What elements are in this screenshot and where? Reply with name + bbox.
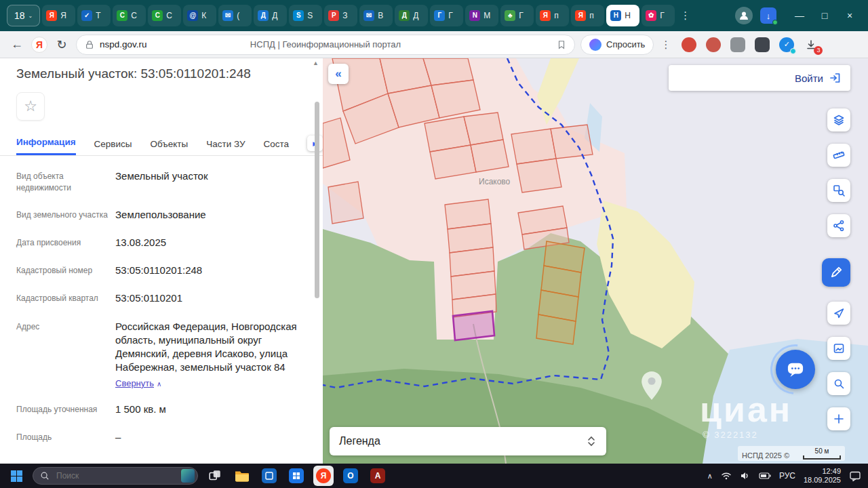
tab-favicon: С — [152, 10, 163, 21]
extension-icon-4[interactable] — [755, 37, 770, 52]
window-maximize-button[interactable]: □ — [813, 10, 836, 21]
collapse-address-link[interactable]: Свернуть∧ — [115, 378, 307, 388]
start-button[interactable] — [7, 466, 26, 485]
search-daily-image[interactable] — [181, 469, 195, 483]
tab-counter[interactable]: 18 ⌄ — [7, 5, 40, 26]
draw-tool-button-active[interactable] — [822, 258, 850, 287]
bookmark-icon[interactable] — [557, 40, 566, 49]
search-input[interactable] — [55, 470, 163, 481]
chevron-up-icon: ∧ — [157, 380, 161, 388]
task-view-button[interactable] — [205, 466, 225, 486]
browser-tab[interactable]: ✉( — [218, 5, 252, 26]
refresh-button[interactable]: ↻ — [53, 37, 71, 52]
tab-information[interactable]: Информация — [16, 137, 76, 155]
panel-collapse-button[interactable]: « — [328, 64, 349, 84]
scale-label: 50 м — [815, 447, 829, 455]
tab-title: З — [342, 11, 347, 20]
chat-support-button[interactable] — [776, 350, 815, 389]
address-bar[interactable]: nspd.gov.ru НСПД | Геоинформационный пор… — [76, 35, 575, 55]
profile-avatar[interactable] — [735, 7, 753, 24]
notifications-icon[interactable] — [849, 470, 861, 482]
tab-parcel-parts[interactable]: Части ЗУ — [206, 139, 245, 155]
downloads-button[interactable]: ↓ — [760, 7, 776, 24]
tab-composition[interactable]: Соста — [264, 139, 290, 155]
chat-bubble-icon — [786, 360, 805, 379]
browser-tab[interactable]: СС — [148, 5, 181, 26]
object-search-button[interactable] — [827, 179, 850, 202]
scroll-up-icon[interactable]: ▲ — [313, 60, 319, 66]
tab-favicon: ♣ — [505, 10, 515, 21]
back-button[interactable]: ← — [8, 37, 26, 52]
object-search-icon — [833, 184, 845, 197]
favorite-button[interactable]: ☆ — [16, 92, 45, 121]
window-minimize-button[interactable]: — — [788, 10, 811, 21]
taskbar-search[interactable] — [33, 467, 198, 485]
selected-parcel[interactable] — [453, 311, 494, 340]
browser-tab[interactable]: SS — [289, 5, 322, 26]
tab-overflow-menu-icon[interactable]: ⋮ — [677, 9, 694, 22]
file-explorer-button[interactable] — [232, 466, 252, 486]
browser-tab[interactable]: Яп — [571, 5, 604, 26]
battery-icon[interactable] — [759, 472, 771, 480]
browser-tab[interactable]: Яп — [536, 5, 569, 26]
window-close-button[interactable]: × — [838, 10, 861, 21]
clock[interactable]: 12:49 18.09.2025 — [804, 467, 841, 485]
tab-objects[interactable]: Объекты — [151, 139, 189, 155]
ask-alice-button[interactable]: Спросить — [580, 35, 654, 55]
browser-tab-active[interactable]: НН — [606, 5, 639, 26]
yandex-browser-button[interactable]: Я — [313, 466, 334, 486]
extension-icon-3[interactable] — [730, 37, 745, 52]
tab-services[interactable]: Сервисы — [94, 139, 132, 155]
browser-tab[interactable]: PЗ — [324, 5, 357, 26]
field-value: Землепользование — [115, 208, 206, 222]
downloads-toolbar-button[interactable]: 3 — [804, 37, 818, 52]
field-row: Дата присвоения13.08.2025 — [16, 236, 307, 249]
layers-button[interactable] — [827, 108, 850, 131]
acrobat-icon: A — [370, 468, 385, 483]
browser-tab[interactable]: ♣Г — [500, 5, 534, 26]
acrobat-button[interactable]: A — [368, 466, 388, 486]
zoom-in-button[interactable] — [827, 407, 850, 430]
toolbar-menu-icon[interactable]: ⋮ — [659, 39, 672, 51]
login-button[interactable]: Войти — [669, 65, 850, 91]
browser-tab[interactable]: ✿Г — [642, 5, 675, 26]
outlook-button[interactable]: O — [340, 466, 361, 486]
tab-title: Н — [625, 11, 631, 20]
protect-icon[interactable]: ✓ — [779, 37, 794, 52]
field-value: Российская Федерация, Новгородская облас… — [115, 320, 307, 375]
app-button-1[interactable] — [259, 466, 279, 486]
field-label: Дата присвоения — [16, 236, 115, 249]
browser-tab[interactable]: ДД — [395, 5, 428, 26]
volume-icon[interactable] — [740, 471, 751, 481]
browser-tab[interactable]: @К — [183, 5, 216, 26]
browser-tab[interactable]: ГГ — [430, 5, 463, 26]
locate-button[interactable] — [827, 302, 850, 325]
zoom-search-button[interactable] — [827, 372, 850, 395]
legend-toggle[interactable]: Легенда — [330, 427, 606, 455]
share-icon — [833, 220, 845, 232]
browser-tab[interactable]: ЯЯ — [42, 5, 75, 26]
tab-title: Т — [96, 11, 100, 20]
panel-scrollbar-thumb[interactable] — [315, 102, 319, 298]
tab-title: С — [131, 11, 137, 20]
browser-tab[interactable]: ДД — [254, 5, 287, 26]
tray-expand-icon[interactable]: ∧ — [707, 472, 713, 481]
browser-tab[interactable]: ✓Т — [77, 5, 111, 26]
language-indicator[interactable]: РУС — [779, 471, 795, 481]
extension-icon-1[interactable] — [682, 37, 696, 52]
updown-chevron-icon — [586, 435, 597, 447]
outlook-icon: O — [343, 468, 358, 483]
page-title: Земельный участок: 53:05:0110201:248 — [0, 58, 323, 81]
app-button-2[interactable] — [286, 466, 307, 486]
yandex-button[interactable]: Я — [31, 37, 47, 53]
ask-label: Спросить — [606, 39, 645, 49]
browser-tab[interactable]: СС — [113, 5, 146, 26]
share-button[interactable] — [827, 214, 850, 237]
browser-tab[interactable]: ✉В — [359, 5, 393, 26]
ruler-button[interactable] — [827, 144, 850, 167]
field-value: – — [115, 430, 121, 444]
basemap-button[interactable] — [827, 337, 850, 360]
wifi-icon[interactable] — [721, 471, 732, 481]
browser-tab[interactable]: NМ — [465, 5, 498, 26]
extension-icon-2[interactable] — [706, 37, 721, 52]
